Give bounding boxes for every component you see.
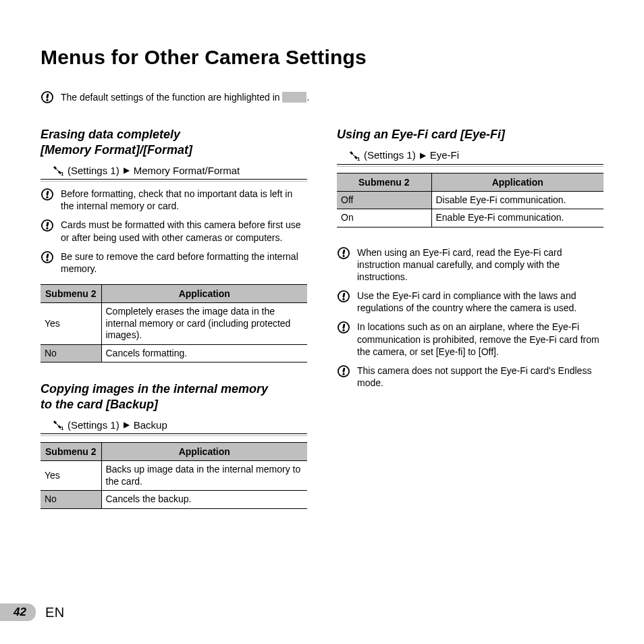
section-eyefi: Using an Eye-Fi card [Eye-Fi] (Settings … (337, 127, 603, 389)
table-backup: Submenu 2 Application Yes Backs up image… (41, 442, 307, 509)
alert-icon (337, 365, 350, 378)
col-application: Application (431, 173, 603, 191)
chevron-right-icon: ▶ (420, 151, 426, 160)
col-submenu2: Submenu 2 (337, 173, 431, 191)
page-title: Menus for Other Camera Settings (41, 46, 603, 69)
table-row: Yes Backs up image data in the internal … (41, 461, 307, 491)
cell-app: Disable Eye-Fi communication. (431, 191, 603, 209)
table-row: On Enable Eye-Fi communication. (337, 209, 603, 227)
section-title-backup: Copying images in the internal memory to… (41, 381, 307, 412)
cell-app: Enable Eye-Fi communication. (431, 209, 603, 227)
alert-icon (337, 290, 350, 303)
breadcrumb-group: (Settings 1) (68, 419, 119, 431)
page-number: 42 (0, 603, 36, 621)
highlight-swatch (282, 92, 306, 103)
table-header-row: Submenu 2 Application (41, 285, 307, 303)
default-highlight-note: The default settings of the function are… (41, 90, 603, 104)
cell-key-default: No (41, 491, 101, 509)
section-title-erase: Erasing data completely [Memory Format]/… (41, 127, 307, 157)
cell-key: Yes (41, 303, 101, 345)
breadcrumb-group: (Settings 1) (364, 149, 416, 161)
note-item: This camera does not support the Eye-Fi … (337, 365, 603, 389)
breadcrumb-item: Eye-Fi (430, 149, 459, 161)
table-header-row: Submenu 2 Application (337, 173, 603, 191)
breadcrumb-backup: (Settings 1) ▶ Backup (41, 417, 307, 434)
cell-app: Completely erases the image data in the … (101, 303, 307, 345)
note-item: Be sure to remove the card before format… (41, 250, 307, 275)
col-submenu2: Submenu 2 (41, 285, 101, 303)
alert-icon (337, 321, 350, 334)
table-eyefi: Submenu 2 Application Off Disable Eye-Fi… (337, 173, 603, 227)
settings-icon (51, 419, 63, 431)
note-item: Cards must be formatted with this camera… (41, 219, 307, 243)
cell-key-default: No (41, 344, 101, 363)
alert-icon (41, 250, 54, 264)
table-header-row: Submenu 2 Application (41, 443, 307, 461)
chevron-right-icon: ▶ (124, 165, 130, 175)
section-title-eyefi: Using an Eye-Fi card [Eye-Fi] (337, 127, 603, 142)
note-item: When using an Eye-Fi card, read the Eye-… (337, 246, 603, 284)
cell-app: Cancels formatting. (101, 344, 307, 363)
alert-icon (41, 219, 54, 232)
note-item: Before formatting, check that no importa… (41, 188, 307, 212)
cell-key-default: Off (337, 191, 431, 209)
alert-icon (41, 188, 54, 201)
section-backup: Copying images in the internal memory to… (41, 381, 307, 509)
breadcrumb-eyefi: (Settings 1) ▶ Eye-Fi (337, 148, 603, 165)
settings-icon (51, 164, 63, 176)
breadcrumb-item: Memory Format/Format (134, 165, 240, 176)
note-item: Use the Eye-Fi card in compliance with t… (337, 290, 603, 314)
breadcrumb-group: (Settings 1) (68, 165, 119, 176)
cell-key: On (337, 209, 431, 227)
cell-key: Yes (41, 461, 101, 491)
cell-app: Backs up image data in the internal memo… (101, 461, 307, 491)
page-footer: 42 EN (0, 603, 65, 621)
breadcrumb-item: Backup (134, 419, 167, 431)
table-erase: Submenu 2 Application Yes Completely era… (41, 284, 307, 363)
alert-icon (41, 90, 54, 104)
page-language: EN (45, 605, 65, 620)
table-row: Off Disable Eye-Fi communication. (337, 191, 603, 209)
settings-icon (348, 149, 360, 161)
cell-app: Cancels the backup. (101, 491, 307, 509)
alert-icon (337, 246, 350, 260)
col-application: Application (101, 285, 307, 303)
note-text: The default settings of the function are… (61, 92, 309, 103)
table-row: No Cancels the backup. (41, 491, 307, 509)
chevron-right-icon: ▶ (124, 420, 130, 429)
section-erase: Erasing data completely [Memory Format]/… (41, 127, 307, 363)
note-item: In locations such as on an airplane, whe… (337, 321, 603, 358)
table-row: No Cancels formatting. (41, 344, 307, 363)
table-row: Yes Completely erases the image data in … (41, 303, 307, 345)
breadcrumb-erase: (Settings 1) ▶ Memory Format/Format (41, 163, 307, 180)
col-application: Application (101, 443, 307, 461)
col-submenu2: Submenu 2 (41, 443, 101, 461)
